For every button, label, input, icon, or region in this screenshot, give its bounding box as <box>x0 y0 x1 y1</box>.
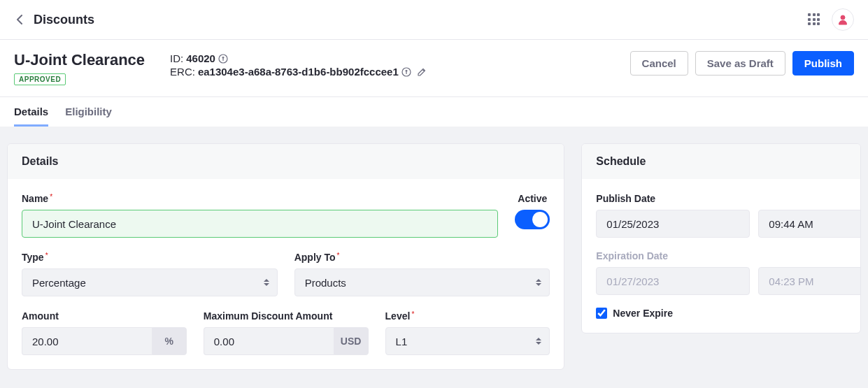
apply-to-select[interactable]: Products <box>294 268 550 296</box>
tab-eligibility[interactable]: Eligibility <box>65 97 112 127</box>
top-bar-right <box>808 8 854 31</box>
required-mark: * <box>45 252 48 259</box>
top-bar: Discounts <box>0 0 868 40</box>
info-icon[interactable] <box>401 67 411 77</box>
name-label-text: Name <box>22 193 48 204</box>
toggle-knob <box>532 212 548 227</box>
info-icon[interactable] <box>218 54 228 64</box>
schedule-panel-body: Publish Date Expiration Date Never Expir… <box>582 179 860 333</box>
max-discount-unit-addon: USD <box>334 327 369 355</box>
title-block: U-Joint Clearance APPROVED <box>14 51 145 85</box>
type-select[interactable]: Percentage <box>22 268 278 296</box>
page-header-left: U-Joint Clearance APPROVED ID: 46020 ERC… <box>14 51 427 85</box>
expiration-date-row <box>596 267 846 295</box>
type-label: Type* <box>22 252 278 263</box>
form-group-amount: Amount % <box>22 310 187 355</box>
form-group-level: Level* L1 <box>385 310 550 355</box>
user-avatar[interactable] <box>832 8 854 31</box>
publish-time-input[interactable] <box>758 210 861 238</box>
details-panel-heading: Details <box>8 144 564 179</box>
form-row-amount-level: Amount % Maximum Discount Amount USD <box>22 310 550 355</box>
schedule-panel: Schedule Publish Date Expiration Date Ne… <box>581 143 861 333</box>
expiration-time-input <box>758 267 861 295</box>
active-label: Active <box>518 193 547 204</box>
status-badge: APPROVED <box>14 73 66 85</box>
required-mark: * <box>411 310 414 318</box>
schedule-panel-heading: Schedule <box>582 144 860 179</box>
form-group-name: Name* <box>22 193 498 238</box>
level-select[interactable]: L1 <box>385 327 550 355</box>
apps-grid-icon[interactable] <box>808 13 820 26</box>
page-title: U-Joint Clearance <box>14 51 145 69</box>
edit-erc-icon[interactable] <box>417 67 427 77</box>
name-input[interactable] <box>22 210 498 238</box>
level-label: Level* <box>385 310 550 322</box>
name-label: Name* <box>22 193 498 204</box>
active-toggle[interactable] <box>515 210 550 229</box>
amount-input[interactable] <box>22 327 152 355</box>
tabs: Details Eligibility <box>0 97 868 127</box>
level-select-wrapper: L1 <box>385 327 550 355</box>
expiration-date-input <box>596 267 750 295</box>
apply-to-select-wrapper: Products <box>294 268 550 296</box>
type-select-wrapper: Percentage <box>22 268 278 296</box>
max-discount-label: Maximum Discount Amount <box>204 310 369 322</box>
publish-date-row <box>596 210 846 238</box>
level-label-text: Level <box>385 310 411 322</box>
cancel-button[interactable]: Cancel <box>630 51 688 76</box>
content-area: Details Name* Active <box>0 127 868 388</box>
amount-label: Amount <box>22 310 187 322</box>
publish-date-input[interactable] <box>596 210 750 238</box>
never-expire-label[interactable]: Never Expire <box>613 308 673 319</box>
details-panel: Details Name* Active <box>7 143 564 370</box>
publish-date-label: Publish Date <box>596 193 846 204</box>
amount-input-group: % <box>22 327 187 355</box>
form-row-type-apply: Type* Percentage Apply To* <box>22 252 550 296</box>
id-value: 46020 <box>186 52 215 64</box>
page-header-right: Cancel Save as Draft Publish <box>630 51 854 76</box>
erc-value: ea1304e3-a68a-8763-d1b6-bb902fcccee1 <box>198 66 399 78</box>
max-discount-input-group: USD <box>204 327 369 355</box>
id-label: ID: <box>170 52 183 64</box>
required-mark: * <box>337 252 340 259</box>
never-expire-checkbox[interactable] <box>596 308 607 319</box>
expiration-date-label: Expiration Date <box>596 250 846 261</box>
form-group-type: Type* Percentage <box>22 252 278 296</box>
page-header: U-Joint Clearance APPROVED ID: 46020 ERC… <box>0 40 868 97</box>
form-row-name: Name* Active <box>22 193 550 238</box>
type-label-text: Type <box>22 252 44 263</box>
form-group-apply-to: Apply To* Products <box>294 252 550 296</box>
top-bar-left: Discounts <box>14 13 94 27</box>
id-row: ID: 46020 <box>170 52 427 64</box>
never-expire-row: Never Expire <box>596 308 846 319</box>
erc-label: ERC: <box>170 66 195 78</box>
details-panel-body: Name* Active Type* <box>8 179 564 369</box>
publish-button[interactable]: Publish <box>792 51 854 76</box>
form-group-active: Active <box>515 193 550 238</box>
max-discount-input[interactable] <box>204 327 334 355</box>
save-draft-button[interactable]: Save as Draft <box>695 51 785 76</box>
back-icon[interactable] <box>14 14 25 25</box>
form-group-max-discount: Maximum Discount Amount USD <box>204 310 369 355</box>
amount-unit-addon: % <box>152 327 187 355</box>
svg-point-0 <box>841 15 845 20</box>
breadcrumb-title[interactable]: Discounts <box>34 13 94 27</box>
apply-to-label-text: Apply To <box>294 252 336 263</box>
required-mark: * <box>50 193 52 201</box>
tab-details[interactable]: Details <box>14 97 48 127</box>
erc-row: ERC: ea1304e3-a68a-8763-d1b6-bb902fcccee… <box>170 66 427 78</box>
meta-block: ID: 46020 ERC: ea1304e3-a68a-8763-d1b6-b… <box>170 51 427 78</box>
apply-to-label: Apply To* <box>294 252 550 263</box>
